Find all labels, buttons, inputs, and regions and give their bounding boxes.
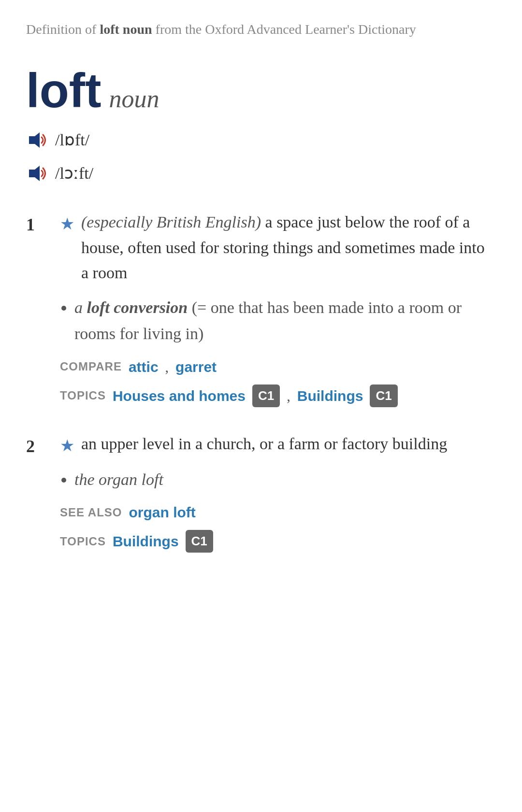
- topics-row-1: TOPICS Houses and homes C1 , Buildings C…: [60, 385, 496, 407]
- topic-link-houses[interactable]: Houses and homes: [113, 385, 246, 407]
- topics-sep-1: ,: [287, 385, 290, 407]
- definitions-section: 1 ★ (especially British English) a space…: [26, 210, 496, 553]
- header-banner: Definition of loft noun from the Oxford …: [26, 19, 496, 40]
- pronunciation-uk-text: /lɒft/: [55, 128, 89, 152]
- def-text-1: (especially British English) a space jus…: [81, 210, 496, 286]
- topics-label-2: TOPICS: [60, 533, 106, 550]
- star-icon-2: ★: [60, 433, 74, 458]
- def-content-2: ★ an upper level in a church, or a farm …: [60, 431, 496, 553]
- example-list-2: the organ loft: [65, 467, 496, 493]
- def-number-2: 2: [26, 431, 45, 553]
- topic-badge-houses-c1: C1: [252, 385, 280, 407]
- example-item-2-1: the organ loft: [74, 467, 496, 493]
- topic-link-buildings-1[interactable]: Buildings: [297, 385, 363, 407]
- header-word-bold: loft noun: [100, 22, 152, 37]
- compare-link-garret[interactable]: garret: [175, 356, 217, 378]
- svg-marker-0: [29, 132, 40, 148]
- topics-row-2: TOPICS Buildings C1: [60, 530, 496, 553]
- header-suffix: from the Oxford Advanced Learner's Dicti…: [152, 22, 416, 37]
- def-star-row-2: ★ an upper level in a church, or a farm …: [60, 431, 496, 458]
- def-star-row-1: ★ (especially British English) a space j…: [60, 210, 496, 286]
- speaker-icon-us: [26, 163, 47, 184]
- word-header: loftnoun: [26, 64, 496, 118]
- definition-item-2: 2 ★ an upper level in a church, or a far…: [26, 431, 496, 553]
- example-item-1-1: a loft conversion (= one that has been m…: [74, 295, 496, 347]
- definition-item-1: 1 ★ (especially British English) a space…: [26, 210, 496, 407]
- header-prefix: Definition of: [26, 22, 100, 37]
- compare-label-1: COMPARE: [60, 358, 122, 375]
- pronunciation-uk[interactable]: /lɒft/: [26, 128, 496, 152]
- topic-badge-buildings1-c1: C1: [370, 385, 397, 407]
- example-list-1: a loft conversion (= one that has been m…: [65, 295, 496, 347]
- pronunciation-us[interactable]: /lɔːft/: [26, 161, 496, 185]
- see-also-label-2: SEE ALSO: [60, 504, 122, 521]
- word-pos: noun: [109, 85, 159, 113]
- compare-sep-1: ,: [165, 356, 169, 378]
- topics-label-1: TOPICS: [60, 387, 106, 404]
- star-icon-1: ★: [60, 212, 74, 236]
- compare-link-attic[interactable]: attic: [129, 356, 159, 378]
- word-title: loft: [26, 63, 101, 117]
- speaker-icon-uk: [26, 129, 47, 151]
- compare-row-1: COMPARE attic , garret: [60, 356, 496, 378]
- see-also-link-organ-loft[interactable]: organ loft: [129, 501, 195, 523]
- svg-marker-1: [29, 166, 40, 181]
- def-number-1: 1: [26, 210, 45, 407]
- topic-badge-buildings2-c1: C1: [186, 530, 213, 553]
- topic-link-buildings-2[interactable]: Buildings: [113, 530, 179, 552]
- def-content-1: ★ (especially British English) a space j…: [60, 210, 496, 407]
- see-also-row-2: SEE ALSO organ loft: [60, 501, 496, 523]
- pronunciation-us-text: /lɔːft/: [55, 161, 93, 185]
- def-text-2: an upper level in a church, or a farm or…: [81, 431, 447, 457]
